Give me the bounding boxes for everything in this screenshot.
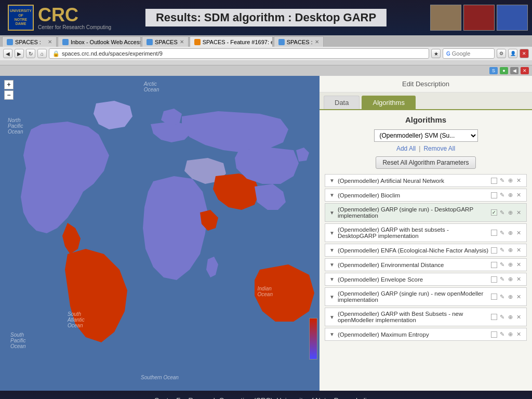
- algo-delete-3[interactable]: ✕: [515, 230, 522, 236]
- tab-favicon-3: [147, 39, 153, 45]
- browser-tab-5[interactable]: SPACES : ✕: [274, 36, 324, 47]
- tab-close-3[interactable]: ✕: [180, 39, 184, 45]
- browser-tab-4[interactable]: SPACES - Feature #1697: experi... ✕: [190, 36, 273, 47]
- zoom-out-button[interactable]: −: [4, 90, 14, 100]
- algo-edit-9[interactable]: ✎: [499, 331, 506, 338]
- status-icon-1: S: [489, 67, 498, 74]
- algo-delete-9[interactable]: ✕: [515, 331, 522, 338]
- search-input[interactable]: [452, 50, 488, 57]
- algo-delete-6[interactable]: ✕: [515, 276, 522, 283]
- algo-item-6[interactable]: ▼ (Openmodeller) Envelope Score ✎ ⊕ ✕: [325, 273, 527, 286]
- algo-delete-7[interactable]: ✕: [515, 294, 522, 300]
- algo-copy-1[interactable]: ⊕: [507, 192, 514, 198]
- algo-checkbox-7[interactable]: [491, 294, 497, 300]
- algo-delete-1[interactable]: ✕: [515, 192, 522, 198]
- status-icon-3: ◀: [510, 67, 518, 74]
- algo-select-row: (Openmodeller) SVM (Su... (Openmodeller)…: [325, 129, 527, 142]
- algo-edit-5[interactable]: ✎: [499, 261, 506, 268]
- tab-label-2: Inbox - Outlook Web Access Li...: [71, 39, 141, 45]
- home-button[interactable]: ⌂: [37, 49, 47, 58]
- algo-copy-6[interactable]: ⊕: [507, 276, 514, 283]
- algo-edit-3[interactable]: ✎: [499, 230, 506, 236]
- algo-item-3[interactable]: ▼ (Openmodeller) GARP with best subsets …: [325, 223, 527, 242]
- algo-checkbox-6[interactable]: [491, 276, 497, 283]
- algo-checkbox-1[interactable]: [491, 192, 497, 198]
- algo-delete-2[interactable]: ✕: [515, 209, 522, 216]
- algorithm-select[interactable]: (Openmodeller) SVM (Su... (Openmodeller)…: [374, 129, 478, 142]
- tab-data[interactable]: Data: [324, 96, 360, 109]
- algo-actions-8: ✎ ⊕ ✕: [491, 314, 522, 321]
- nav-btn-extra[interactable]: ⚙: [497, 49, 506, 58]
- algo-item-0[interactable]: ▼ (Openmodeller) Artificial Neural Netwo…: [325, 174, 527, 187]
- algo-checkbox-5[interactable]: [491, 262, 497, 268]
- edit-description[interactable]: Edit Description: [320, 76, 532, 92]
- algo-edit-1[interactable]: ✎: [499, 192, 506, 198]
- algo-edit-2[interactable]: ✎: [499, 209, 506, 216]
- algo-copy-2[interactable]: ⊕: [507, 209, 514, 216]
- tab-close-1[interactable]: ✕: [48, 39, 52, 45]
- algo-item-7[interactable]: ▼ (Openmodeller) GARP (single run) - new…: [325, 287, 527, 306]
- browser-tab-3[interactable]: SPACES ✕: [142, 36, 189, 47]
- ocean-label-arctic: ArcticOcean: [144, 81, 159, 92]
- zoom-in-button[interactable]: +: [4, 80, 14, 89]
- back-button[interactable]: ◀: [3, 49, 12, 58]
- tab-label-5: SPACES :: [287, 39, 313, 45]
- algo-item-5[interactable]: ▼ (Openmodeller) Environmental Distance …: [325, 258, 527, 271]
- tab-algorithms[interactable]: Algorithms: [362, 96, 415, 109]
- algo-copy-3[interactable]: ⊕: [507, 230, 514, 236]
- algo-edit-7[interactable]: ✎: [499, 294, 506, 300]
- algo-item-4[interactable]: ▼ (Openmodeller) ENFA (Ecological-Niche …: [325, 244, 527, 257]
- ocean-label-north-pacific: NorthPacificOcean: [8, 117, 23, 135]
- browser-tab-2[interactable]: Inbox - Outlook Web Access Li... ✕: [58, 36, 141, 47]
- right-panel: Edit Description Data Algorithms Algorit…: [320, 76, 532, 391]
- algo-name-3: (Openmodeller) GARP with best subsets - …: [338, 227, 489, 239]
- algo-delete-4[interactable]: ✕: [515, 247, 522, 254]
- tab-close-5[interactable]: ✕: [315, 39, 319, 45]
- algo-arrow-6: ▼: [329, 276, 335, 282]
- algo-item-1[interactable]: ▼ (Openmodeller) Bioclim ✎ ⊕ ✕: [325, 189, 527, 202]
- algo-arrow-7: ▼: [329, 294, 335, 300]
- algo-edit-8[interactable]: ✎: [499, 314, 506, 321]
- algo-checkbox-8[interactable]: [491, 314, 497, 320]
- nav-btn-close[interactable]: ✕: [520, 49, 529, 58]
- algo-delete-5[interactable]: ✕: [515, 261, 522, 268]
- reload-button[interactable]: ↻: [26, 49, 35, 58]
- algo-checkbox-3[interactable]: [491, 230, 497, 236]
- algo-copy-4[interactable]: ⊕: [507, 247, 514, 254]
- address-bar[interactable]: 🔒 spaces.crc.nd.edu/spaces/experiment/9: [49, 48, 429, 59]
- algo-item-8[interactable]: ▼ (Openmodeller) GARP with Best Subsets …: [325, 308, 527, 326]
- algo-edit-0[interactable]: ✎: [499, 177, 506, 184]
- star-button[interactable]: ★: [431, 49, 441, 58]
- algo-checkbox-0[interactable]: [491, 178, 497, 184]
- algo-arrow-5: ▼: [329, 262, 335, 268]
- algo-copy-0[interactable]: ⊕: [507, 177, 514, 184]
- logo-area: UNIVERSITY OFNOTRE DAME CRC Center for R…: [0, 5, 119, 31]
- algo-arrow-1: ▼: [329, 192, 335, 198]
- algo-copy-7[interactable]: ⊕: [507, 294, 514, 300]
- algo-checkbox-4[interactable]: [491, 247, 497, 254]
- algo-delete-8[interactable]: ✕: [515, 314, 522, 321]
- search-bar[interactable]: G: [443, 48, 495, 59]
- algo-copy-8[interactable]: ⊕: [507, 314, 514, 321]
- lock-icon: 🔒: [52, 50, 60, 57]
- map-controls: + −: [4, 80, 14, 100]
- remove-all-link[interactable]: Remove All: [423, 145, 455, 152]
- reset-all-button[interactable]: Reset All Algorithm Parameters: [376, 156, 475, 169]
- algo-item-2[interactable]: ▼ (Openmodeller) GARP (single run) - Des…: [325, 203, 527, 222]
- ocean-label-southern: Southern Ocean: [141, 375, 179, 380]
- algo-checkbox-9[interactable]: [491, 331, 497, 338]
- browser-tab-1[interactable]: SPACES : ✕: [2, 36, 57, 47]
- add-all-link[interactable]: Add All: [396, 145, 416, 152]
- algo-item-9[interactable]: ▼ (Openmodeller) Maximum Entropy ✎ ⊕ ✕: [325, 328, 527, 341]
- tab-favicon-2: [62, 39, 69, 45]
- algo-checkbox-2[interactable]: ✓: [491, 209, 497, 216]
- algo-edit-6[interactable]: ✎: [499, 276, 506, 283]
- algo-edit-4[interactable]: ✎: [499, 247, 506, 254]
- algo-actions-7: ✎ ⊕ ✕: [491, 294, 522, 300]
- algo-copy-9[interactable]: ⊕: [507, 331, 514, 338]
- algo-delete-0[interactable]: ✕: [515, 177, 522, 184]
- algo-copy-5[interactable]: ⊕: [507, 261, 514, 268]
- nav-btn-user[interactable]: 👤: [508, 49, 517, 58]
- forward-button[interactable]: ▶: [15, 49, 24, 58]
- algo-actions-9: ✎ ⊕ ✕: [491, 331, 522, 338]
